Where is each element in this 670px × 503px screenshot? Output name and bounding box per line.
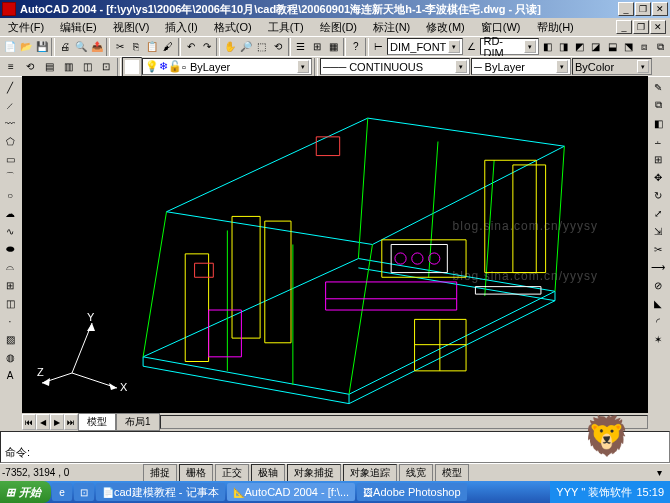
status-tray-icon[interactable]: ▾ (650, 464, 668, 482)
pan-icon[interactable]: ✋ (222, 38, 237, 56)
scale-icon[interactable]: ⤢ (649, 204, 667, 222)
earc-icon[interactable]: ⌓ (1, 258, 19, 276)
lwt-toggle[interactable]: 线宽 (399, 464, 433, 482)
extend-icon[interactable]: ⟶ (649, 258, 667, 276)
cut-icon[interactable]: ✂ (112, 38, 127, 56)
copy-obj-icon[interactable]: ⧉ (649, 96, 667, 114)
trim-icon[interactable]: ✂ (649, 240, 667, 258)
new-icon[interactable]: 📄 (2, 38, 17, 56)
circle-icon[interactable]: ○ (1, 186, 19, 204)
stretch-icon[interactable]: ⇲ (649, 222, 667, 240)
ortho-toggle[interactable]: 正交 (215, 464, 249, 482)
snap-toggle[interactable]: 捕捉 (143, 464, 177, 482)
model-viewport[interactable]: X Y Z blog.sina.com.cn/yyysy blog.sina.c… (22, 76, 648, 413)
linetype-combo[interactable]: ─── CONTINUOUS ▾ (320, 58, 470, 75)
pline-icon[interactable]: 〰 (1, 114, 19, 132)
help-icon[interactable]: ? (348, 38, 363, 56)
layer-combo[interactable]: 💡❄🔓▫ ByLayer ▾ (142, 58, 312, 75)
tool-palette-icon[interactable]: ▦ (325, 38, 340, 56)
rect-icon[interactable]: ▭ (1, 150, 19, 168)
minimize-button[interactable]: _ (618, 2, 634, 16)
layer-filter-icon[interactable]: ▥ (59, 58, 77, 76)
move-icon[interactable]: ✥ (649, 168, 667, 186)
menu-file[interactable]: 文件(F) (4, 19, 48, 36)
array-icon[interactable]: ⊞ (649, 150, 667, 168)
task-photoshop[interactable]: 🖼 Adobe Photoshop (357, 483, 466, 501)
zoom-win-icon[interactable]: ⬚ (254, 38, 269, 56)
maximize-button[interactable]: ❐ (635, 2, 651, 16)
grid-toggle[interactable]: 栅格 (179, 464, 213, 482)
dim-angular-icon[interactable]: ∠ (464, 38, 479, 56)
hscrollbar[interactable] (160, 415, 648, 429)
dimstyle2-combo[interactable]: RD-DIM▾ (480, 38, 539, 55)
tab-last-button[interactable]: ⏭ (64, 414, 78, 430)
layer-iso-icon[interactable]: ◫ (78, 58, 96, 76)
task-notepad[interactable]: 📄 cad建模教程 - 记事本 (96, 483, 225, 501)
doc-minimize-button[interactable]: _ (616, 20, 632, 34)
undo-icon[interactable]: ↶ (183, 38, 198, 56)
ql-desktop-icon[interactable]: ⊡ (74, 483, 94, 501)
polygon-icon[interactable]: ⬠ (1, 132, 19, 150)
layer-manager-icon[interactable]: ≡ (2, 58, 20, 76)
layer-change-icon[interactable]: ⊡ (97, 58, 115, 76)
offset-icon[interactable]: ⫠ (649, 132, 667, 150)
match-icon[interactable]: 🖌 (160, 38, 175, 56)
ellipse-icon[interactable]: ⬬ (1, 240, 19, 258)
make-icon[interactable]: ◫ (1, 294, 19, 312)
tab-prev-button[interactable]: ◀ (36, 414, 50, 430)
menu-window[interactable]: 窗口(W) (477, 19, 525, 36)
close-button[interactable]: ✕ (652, 2, 668, 16)
model-toggle[interactable]: 模型 (435, 464, 469, 482)
save-icon[interactable]: 💾 (34, 38, 49, 56)
menu-help[interactable]: 帮助(H) (533, 19, 578, 36)
doc-restore-button[interactable]: ❐ (633, 20, 649, 34)
menu-edit[interactable]: 编辑(E) (56, 19, 101, 36)
task-autocad[interactable]: 📐 AutoCAD 2004 - [f:\... (227, 483, 356, 501)
tab-layout1[interactable]: 布局1 (116, 413, 160, 431)
menu-format[interactable]: 格式(O) (210, 19, 256, 36)
doc-close-button[interactable]: ✕ (650, 20, 666, 34)
menu-view[interactable]: 视图(V) (109, 19, 154, 36)
mirror-icon[interactable]: ◧ (649, 114, 667, 132)
region-icon[interactable]: ◍ (1, 348, 19, 366)
point-icon[interactable]: · (1, 312, 19, 330)
ql-ie-icon[interactable]: e (52, 483, 72, 501)
t1-icon[interactable]: ◧ (540, 38, 555, 56)
publish-icon[interactable]: 📤 (89, 38, 104, 56)
menu-insert[interactable]: 插入(I) (161, 19, 201, 36)
spline-icon[interactable]: ∿ (1, 222, 19, 240)
preview-icon[interactable]: 🔍 (73, 38, 88, 56)
menu-dimension[interactable]: 标注(N) (369, 19, 414, 36)
line-icon[interactable]: ╱ (1, 78, 19, 96)
dim-linear-icon[interactable]: ⊢ (371, 38, 386, 56)
print-icon[interactable]: 🖨 (57, 38, 72, 56)
copy-icon[interactable]: ⎘ (128, 38, 143, 56)
block-icon[interactable]: ⊞ (1, 276, 19, 294)
menu-draw[interactable]: 绘图(D) (316, 19, 361, 36)
rotate-icon[interactable]: ↻ (649, 186, 667, 204)
tab-model[interactable]: 模型 (78, 413, 116, 431)
menu-tools[interactable]: 工具(T) (264, 19, 308, 36)
properties-icon[interactable]: ☰ (293, 38, 308, 56)
redo-icon[interactable]: ↷ (199, 38, 214, 56)
layer-states-icon[interactable]: ▤ (40, 58, 58, 76)
revcloud-icon[interactable]: ☁ (1, 204, 19, 222)
coords-display[interactable]: -7352, 3194 , 0 (2, 467, 142, 478)
explode-icon[interactable]: ✶ (649, 330, 667, 348)
fillet-icon[interactable]: ◜ (649, 312, 667, 330)
hatch-icon[interactable]: ▨ (1, 330, 19, 348)
tab-first-button[interactable]: ⏮ (22, 414, 36, 430)
paste-icon[interactable]: 📋 (144, 38, 159, 56)
tab-next-button[interactable]: ▶ (50, 414, 64, 430)
t4-icon[interactable]: ◪ (588, 38, 603, 56)
open-icon[interactable]: 📂 (18, 38, 33, 56)
layer-prev-icon[interactable]: ⟲ (21, 58, 39, 76)
color-swatch[interactable] (123, 58, 141, 76)
dimstyle-combo[interactable]: DIM_FONT▾ (387, 38, 463, 55)
text-icon[interactable]: A (1, 366, 19, 384)
t2-icon[interactable]: ◨ (556, 38, 571, 56)
polar-toggle[interactable]: 极轴 (251, 464, 285, 482)
arc-icon[interactable]: ⌒ (1, 168, 19, 186)
osnap-toggle[interactable]: 对象捕捉 (287, 464, 341, 482)
chamfer-icon[interactable]: ◣ (649, 294, 667, 312)
